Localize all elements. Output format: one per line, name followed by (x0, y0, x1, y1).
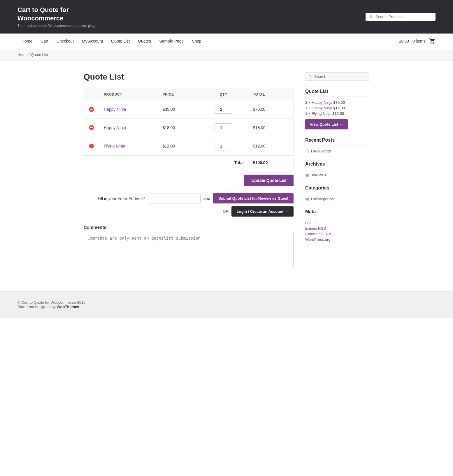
qty-input[interactable] (215, 123, 232, 132)
archive-link[interactable]: July 2016 (311, 173, 327, 177)
total-empty (84, 155, 199, 170)
qty-input[interactable] (215, 105, 232, 114)
search-icon (369, 15, 373, 19)
product-cell: Happy Ninja (99, 100, 158, 119)
footer-copyright: © Cart to Quote for Woocommerce 2016 (17, 300, 436, 305)
sidebar-categories-list: Uncategorized (305, 197, 369, 201)
meta-link[interactable]: Entries RSS (305, 226, 369, 231)
remove-item-btn[interactable] (89, 106, 94, 112)
sidebar-recent-post-item: Hello world! (305, 149, 369, 153)
nav-shop[interactable]: Shop (188, 34, 206, 49)
main-content: Quote List PRODUCT PRICE QTY TOTAL Happy… (84, 72, 294, 268)
remove-item-btn[interactable] (89, 125, 94, 131)
site-tagline: The most complete Woocommerce quotation … (17, 24, 97, 28)
sidebar-category-item: Uncategorized (305, 197, 369, 201)
sidebar-quote-product-link[interactable]: Happy Ninja (312, 100, 332, 105)
sidebar-meta: Meta Log inEntries RSSComments RSSWordPr… (305, 209, 369, 242)
price-cell: $35.00 (158, 100, 198, 119)
nav-myaccount[interactable]: My Account (78, 34, 107, 49)
sidebar-search-box[interactable] (305, 72, 369, 81)
recent-post-link[interactable]: Hello world! (311, 149, 331, 153)
sidebar-search-icon (308, 75, 312, 79)
product-link[interactable]: Flying Ninja (104, 144, 125, 148)
header-search-box[interactable] (366, 13, 436, 21)
nav-home[interactable]: Home (17, 34, 36, 49)
sidebar-categories: Categories Uncategorized (305, 185, 369, 201)
update-quote-btn[interactable]: Update Quote List (244, 175, 294, 186)
qty-input[interactable] (215, 142, 232, 150)
submit-area: Fill in your Email Address* and Submit Q… (84, 193, 294, 203)
remove-icon (89, 125, 94, 131)
folder-icon (305, 197, 309, 201)
login-create-btn[interactable]: Login / Create an Account → (231, 206, 294, 217)
quote-table: PRODUCT PRICE QTY TOTAL Happy Ninja $35.… (84, 89, 294, 170)
and-text: and (203, 196, 210, 201)
cart-amount: $0.00 (399, 39, 409, 43)
remove-cell (84, 100, 99, 119)
product-link[interactable]: Happy Ninja (104, 107, 126, 112)
sidebar-quote-list: Quote List 2 × Happy Ninja $70.001 × Hap… (305, 89, 369, 129)
table-row: Flying Ninja $12.00 $12.00 (84, 137, 294, 156)
total-cell: $70.00 (248, 100, 294, 119)
sidebar-meta-title: Meta (305, 209, 369, 217)
breadcrumb-separator: / (29, 52, 31, 57)
col-total-header: TOTAL (248, 89, 294, 100)
sidebar-quote-list-title: Quote List (305, 89, 369, 97)
category-link[interactable]: Uncategorized (311, 197, 336, 201)
sidebar-categories-title: Categories (305, 185, 369, 193)
col-product-header: PRODUCT (99, 89, 158, 100)
breadcrumb-current: Quote List (31, 52, 48, 57)
sidebar-archives-title: Archives (305, 161, 369, 169)
qty-cell (199, 137, 248, 156)
total-label: Total (199, 155, 248, 170)
comments-section: Comments (84, 225, 294, 268)
or-row: OR Login / Create an Account → (84, 206, 294, 217)
nav-quotes[interactable]: Quotes (134, 34, 155, 49)
nav-quotelist[interactable]: Quote List (107, 34, 134, 49)
site-footer: © Cart to Quote for Woocommerce 2016 Sto… (0, 291, 453, 318)
sidebar-archives-list: July 2016 (305, 173, 369, 177)
meta-link[interactable]: WordPress.org (305, 237, 369, 242)
sidebar-quote-product-link[interactable]: Flying Ninja (312, 111, 331, 116)
sidebar-archives: Archives July 2016 (305, 161, 369, 177)
cart-icon (429, 38, 436, 44)
sidebar-recent-posts-title: Recent Posts (305, 138, 369, 145)
remove-cell (84, 119, 99, 137)
meta-link[interactable]: Log in (305, 221, 369, 225)
site-branding: Cart to Quote for Woocommerce The most c… (17, 6, 97, 28)
email-input[interactable] (148, 194, 201, 203)
remove-item-btn[interactable] (89, 143, 94, 149)
sidebar-search-input[interactable] (314, 74, 366, 79)
product-cell: Happy Ninja (99, 119, 158, 137)
breadcrumb: Home / Quote List (0, 49, 453, 61)
sidebar-quote-item: 2 × Happy Ninja $70.00 (305, 100, 369, 105)
col-qty-header: QTY (199, 89, 248, 100)
nav-sample[interactable]: Sample Page (155, 34, 188, 49)
sidebar: Quote List 2 × Happy Ninja $70.001 × Hap… (305, 72, 369, 268)
breadcrumb-home[interactable]: Home (17, 52, 28, 57)
nav-links: Home Cart Checkout My Account Quote List… (17, 34, 206, 49)
sidebar-quote-item: 1 × Flying Ninja $12.00 (305, 111, 369, 116)
view-quote-btn[interactable]: View Quote List → (305, 119, 348, 129)
meta-link[interactable]: Comments RSS (305, 232, 369, 236)
total-cell: $18.00 (248, 119, 294, 137)
nav-cart[interactable]: Cart (36, 34, 52, 49)
submit-guest-btn[interactable]: Submit Quote List for Review as Guest (213, 193, 294, 203)
qty-cell (199, 100, 248, 119)
sidebar-meta-list: Log inEntries RSSComments RSSWordPress.o… (305, 221, 369, 242)
cart-area[interactable]: $0.00 0 items (399, 38, 436, 44)
price-cell: $18.00 (158, 119, 198, 137)
main-container: Quote List PRODUCT PRICE QTY TOTAL Happy… (66, 61, 387, 280)
comments-textarea[interactable] (84, 232, 294, 267)
nav-checkout[interactable]: Checkout (52, 34, 78, 49)
sidebar-recent-posts-list: Hello world! (305, 149, 369, 153)
header-search-input[interactable] (375, 15, 432, 19)
sidebar-quote-product-link[interactable]: Happy Ninja (312, 106, 332, 110)
doc-icon (305, 149, 309, 153)
total-value: $100.00 (248, 155, 294, 170)
sidebar-archive-item: July 2016 (305, 173, 369, 177)
site-title: Cart to Quote for Woocommerce (17, 6, 97, 22)
product-link[interactable]: Happy Ninja (104, 125, 126, 130)
or-text: OR (223, 209, 229, 214)
sidebar-quote-items: 2 × Happy Ninja $70.001 × Happy Ninja $1… (305, 100, 369, 116)
